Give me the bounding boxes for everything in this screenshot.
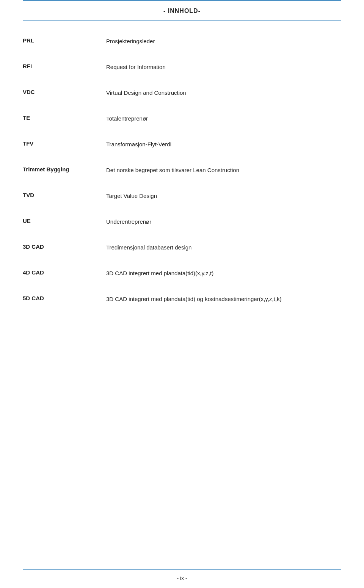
definition-row: 5D CAD3D CAD integrert med plandata(tid)… [23,294,341,308]
definition-row: 3D CADTredimensjonal databasert design [23,243,341,256]
page-container: - INNHOLD- PRLProsjekteringslederRFIRequ… [0,0,364,588]
abbreviation-label: Trimmet Bygging [23,165,106,172]
definition-text: 3D CAD integrert med plandata(tid) og ko… [106,294,341,304]
definition-row: RFIRequest for Information [23,62,341,76]
abbreviation-label: TE [23,114,106,121]
footer: - ix - [23,569,341,588]
definition-text: Totalentreprenør [106,114,341,123]
definition-text: Virtual Design and Construction [106,88,341,97]
abbreviation-label: TVD [23,191,106,198]
bottom-title-border [23,20,341,21]
definition-row: UEUnderentreprenør [23,217,341,230]
definition-text: Tredimensjonal databasert design [106,243,341,252]
abbreviation-label: 4D CAD [23,268,106,276]
definition-row: TVDTarget Value Design [23,191,341,205]
definition-text: Request for Information [106,62,341,72]
definition-text: Underentreprenør [106,217,341,226]
definition-text: Target Value Design [106,191,341,201]
content-area: PRLProsjekteringslederRFIRequest for Inf… [23,33,341,570]
definition-row: TETotalentreprenør [23,114,341,127]
definition-row: VDCVirtual Design and Construction [23,88,341,102]
abbreviation-label: 5D CAD [23,294,106,301]
definition-text: Transformasjon-Flyt-Verdi [106,140,341,149]
page-title: - INNHOLD- [23,1,341,20]
abbreviation-label: VDC [23,88,106,95]
abbreviation-label: PRL [23,36,106,44]
definition-row: 4D CAD3D CAD integrert med plandata(tid)… [23,268,341,282]
definition-text: Det norske begrepet som tilsvarer Lean C… [106,165,341,175]
abbreviation-label: TFV [23,140,106,147]
abbreviation-label: UE [23,217,106,224]
definition-text: Prosjekteringsleder [106,36,341,46]
definition-row: TFVTransformasjon-Flyt-Verdi [23,140,341,153]
definition-row: PRLProsjekteringsleder [23,36,341,50]
abbreviation-label: RFI [23,62,106,69]
definition-text: 3D CAD integrert med plandata(tid)(x,y,z… [106,268,341,278]
abbreviation-label: 3D CAD [23,243,106,250]
definition-row: Trimmet ByggingDet norske begrepet som t… [23,165,341,179]
